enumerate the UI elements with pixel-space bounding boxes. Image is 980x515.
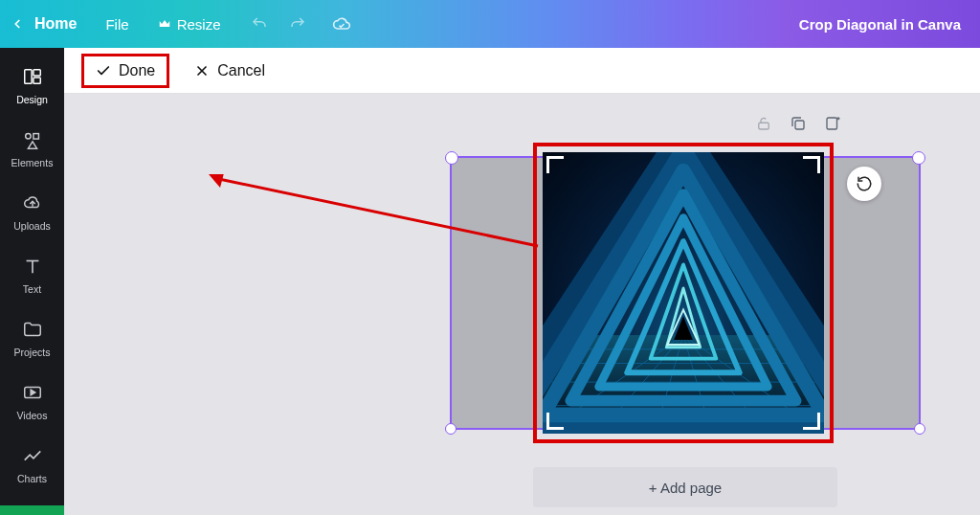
- svg-rect-3: [33, 70, 39, 76]
- cloud-sync-button[interactable]: [329, 11, 354, 36]
- sidebar-label: Design: [16, 94, 48, 105]
- back-button[interactable]: [6, 17, 29, 31]
- sidebar-item-uploads[interactable]: Uploads: [0, 180, 64, 243]
- crop-action-bar: Done Cancel: [0, 48, 980, 94]
- resize-handle-br[interactable]: [914, 423, 925, 435]
- check-icon: [96, 63, 111, 78]
- uploads-icon: [20, 191, 45, 214]
- lock-button[interactable]: [753, 113, 774, 134]
- cloud-check-icon: [332, 14, 351, 34]
- add-page-button[interactable]: + Add page: [533, 467, 837, 507]
- left-sidebar: Design Elements Uploads Text Projects Vi…: [0, 48, 64, 515]
- redo-icon: [289, 15, 306, 33]
- svg-rect-4: [33, 78, 39, 83]
- resize-label: Resize: [177, 16, 221, 33]
- crop-region[interactable]: [543, 152, 824, 434]
- top-bar: Home File Resize Crop Diagonal in Canva: [0, 0, 980, 48]
- add-page-label: + Add page: [649, 480, 722, 496]
- crop-handle-tl[interactable]: [546, 156, 564, 173]
- sidebar-label: Uploads: [13, 220, 51, 232]
- charts-icon: [20, 444, 45, 467]
- rotate-icon: [856, 175, 873, 192]
- element-toolbar: [753, 113, 843, 134]
- undo-button[interactable]: [247, 11, 272, 36]
- add-button[interactable]: [822, 113, 843, 134]
- sidebar-label: Text: [23, 283, 41, 295]
- resize-handle-bl[interactable]: [445, 423, 457, 435]
- elements-icon: [20, 128, 45, 151]
- sidebar-label: Charts: [17, 473, 47, 484]
- duplicate-button[interactable]: [788, 113, 809, 134]
- crop-handle-br[interactable]: [803, 413, 820, 430]
- rotate-button[interactable]: [847, 167, 881, 201]
- svg-point-5: [25, 134, 31, 140]
- svg-marker-7: [28, 142, 36, 148]
- svg-marker-11: [31, 390, 35, 395]
- sidebar-bottom-accent: [0, 505, 64, 515]
- lock-open-icon: [755, 115, 772, 132]
- sidebar-item-text[interactable]: Text: [0, 243, 64, 306]
- image-content: [543, 152, 824, 434]
- sidebar-label: Projects: [14, 347, 51, 358]
- svg-rect-2: [24, 70, 31, 84]
- svg-rect-13: [795, 121, 804, 129]
- done-highlight: Done: [81, 54, 169, 88]
- sidebar-item-charts[interactable]: Charts: [0, 433, 64, 496]
- svg-marker-39: [209, 174, 224, 188]
- videos-icon: [20, 381, 45, 404]
- svg-marker-36: [674, 317, 693, 341]
- document-title[interactable]: Crop Diagonal in Canva: [799, 16, 961, 33]
- sidebar-label: Videos: [17, 410, 48, 421]
- sidebar-item-videos[interactable]: Videos: [0, 369, 64, 433]
- projects-icon: [20, 318, 45, 341]
- crop-handle-bl[interactable]: [546, 413, 564, 430]
- sidebar-item-projects[interactable]: Projects: [0, 306, 64, 369]
- done-label: Done: [119, 62, 155, 79]
- svg-rect-6: [33, 134, 37, 140]
- canvas-area[interactable]: + Add page: [64, 94, 980, 515]
- cancel-button[interactable]: Cancel: [185, 56, 275, 85]
- sidebar-item-elements[interactable]: Elements: [0, 117, 64, 180]
- resize-menu[interactable]: Resize: [158, 16, 221, 33]
- duplicate-icon: [790, 115, 807, 132]
- crown-icon: [158, 17, 171, 31]
- crop-handle-tr[interactable]: [803, 156, 820, 173]
- new-page-icon: [824, 115, 841, 132]
- home-link[interactable]: Home: [34, 15, 77, 33]
- design-icon: [20, 65, 45, 88]
- sidebar-item-design[interactable]: Design: [0, 54, 64, 117]
- file-menu[interactable]: File: [105, 16, 128, 33]
- crop-highlight: [533, 143, 834, 443]
- chevron-left-icon: [11, 17, 24, 31]
- svg-rect-14: [827, 118, 837, 129]
- close-icon: [194, 63, 210, 78]
- text-icon: [20, 255, 45, 278]
- done-button[interactable]: Done: [86, 56, 165, 85]
- undo-icon: [251, 15, 268, 33]
- redo-button[interactable]: [285, 11, 310, 36]
- svg-rect-12: [759, 123, 769, 129]
- sidebar-label: Elements: [11, 157, 54, 168]
- cancel-label: Cancel: [217, 62, 265, 79]
